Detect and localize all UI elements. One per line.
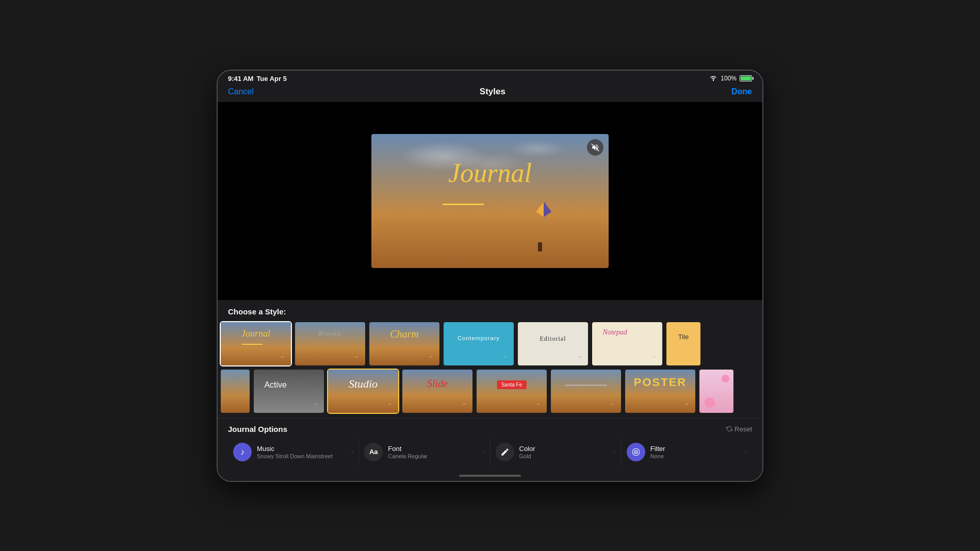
- font-icon: Aa: [364, 443, 383, 461]
- preview-journal-title: Journal: [448, 158, 532, 188]
- thumb-label-contemporary: Contemporary: [458, 335, 500, 341]
- style-thumb-charm[interactable]: Charm →: [368, 321, 440, 366]
- style-rows: Journal → Blocks →: [218, 321, 762, 414]
- style-thumb-notepad[interactable]: Notepad →: [591, 321, 663, 366]
- preview-title-line: [443, 204, 484, 205]
- svg-marker-2: [536, 202, 544, 217]
- nav-bar: Cancel Styles Done: [218, 85, 762, 102]
- choose-style-label: Choose a Style:: [218, 300, 762, 321]
- thumb-label-tile: Tile: [678, 333, 689, 341]
- style-thumb-partial[interactable]: [220, 369, 251, 414]
- filter-icon: [627, 443, 645, 461]
- option-filter[interactable]: Filter None ›: [622, 439, 752, 465]
- status-right: 100%: [709, 75, 752, 82]
- option-color[interactable]: Color Gold ›: [491, 439, 622, 465]
- journal-options-section: Journal Options Reset ♪ Music Sn: [218, 418, 762, 471]
- option-font[interactable]: Aa Font Canela Regular ›: [359, 439, 490, 465]
- style-thumb-blocks[interactable]: Blocks →: [294, 321, 366, 366]
- thumb-label-journal: Journal: [241, 328, 270, 339]
- color-icon: [496, 443, 514, 461]
- kite-decoration: [531, 199, 557, 225]
- style-row-1: Journal → Blocks →: [220, 321, 760, 366]
- preview-container: Journal: [371, 134, 609, 268]
- thumb-arrow-active: →: [313, 401, 318, 407]
- status-date: Tue Apr 5: [256, 75, 287, 82]
- thumb-label-notepad: Notepad: [602, 328, 627, 337]
- style-thumb-contemporary[interactable]: Contemporary →: [443, 321, 515, 366]
- home-bar: [459, 475, 521, 477]
- font-value: Canela Regular: [388, 453, 477, 459]
- battery-icon: [740, 75, 752, 81]
- device-screen: 9:41 AM Tue Apr 5 100% Cancel: [218, 71, 762, 481]
- option-music[interactable]: ♪ Music Snowy Stroll Down Mainstreet ›: [228, 439, 359, 465]
- status-bar: 9:41 AM Tue Apr 5 100%: [218, 71, 762, 85]
- thumb-arrow-poster: →: [684, 401, 689, 407]
- style-thumb-editorial[interactable]: Editorial →: [517, 321, 589, 366]
- filter-chevron: ›: [744, 448, 747, 456]
- svg-point-7: [635, 451, 636, 452]
- thumb-label-slide: Slide: [427, 378, 448, 390]
- thumb-label-poster: POSTER: [634, 376, 687, 389]
- thumb-label-charm: Charm: [390, 328, 419, 340]
- music-label: Music: [257, 445, 346, 453]
- font-chevron: ›: [482, 448, 485, 456]
- thumb-arrow-studio: →: [387, 401, 392, 407]
- style-thumb-slide[interactable]: Slide →: [401, 369, 473, 414]
- music-icon: ♪: [233, 443, 252, 461]
- device-frame: 9:41 AM Tue Apr 5 100% Cancel: [217, 70, 763, 482]
- svg-line-3: [544, 217, 546, 225]
- thumb-arrow-editorial: →: [577, 354, 582, 359]
- options-row: ♪ Music Snowy Stroll Down Mainstreet › A…: [228, 439, 752, 465]
- option-text-color: Color Gold: [519, 445, 609, 459]
- style-thumb-tile[interactable]: Tile: [665, 321, 701, 366]
- journal-options-title: Journal Options: [228, 425, 287, 433]
- thumb-badge-santafe: Santa Fe: [497, 380, 527, 389]
- music-value: Snowy Stroll Down Mainstreet: [257, 453, 346, 459]
- mute-button[interactable]: [587, 139, 603, 156]
- music-chevron: ›: [351, 448, 354, 456]
- style-thumb-active[interactable]: Active →: [253, 369, 325, 414]
- thumb-label-studio: Studio: [349, 377, 378, 391]
- style-thumb-studio[interactable]: Studio →: [327, 369, 399, 414]
- thumb-arrow-slide: →: [461, 401, 466, 407]
- reset-button[interactable]: Reset: [726, 425, 752, 433]
- style-thumb-blank[interactable]: →: [550, 369, 622, 414]
- status-time: 9:41 AM: [228, 75, 253, 82]
- style-row-2: Active → Studio →: [220, 369, 760, 414]
- preview-area: Journal: [218, 102, 762, 300]
- style-thumb-journal[interactable]: Journal →: [220, 321, 292, 366]
- home-indicator: [218, 471, 762, 481]
- thumb-arrow-journal: →: [280, 354, 285, 359]
- thumb-arrow-blocks: →: [354, 354, 359, 359]
- style-thumb-poster[interactable]: POSTER →: [624, 369, 696, 414]
- thumb-arrow-charm: →: [428, 354, 433, 359]
- filter-value: None: [650, 453, 740, 459]
- thumb-label-blocks: Blocks: [319, 330, 341, 337]
- color-value: Gold: [519, 453, 609, 459]
- battery-percentage: 100%: [721, 75, 737, 82]
- style-grid: Journal → Blocks →: [218, 321, 762, 418]
- done-button[interactable]: Done: [731, 87, 752, 96]
- thumb-arrow-blank: →: [610, 401, 615, 407]
- style-thumb-floral[interactable]: [698, 369, 734, 414]
- thumb-label-active: Active: [264, 380, 287, 390]
- svg-marker-1: [544, 202, 551, 217]
- filter-label: Filter: [650, 445, 740, 453]
- thumb-arrow-notepad: →: [651, 354, 656, 359]
- preview-background: [371, 134, 609, 268]
- thumb-label-editorial: Editorial: [540, 335, 566, 343]
- person-silhouette: [538, 242, 542, 252]
- thumb-arrow-santafe: →: [535, 401, 541, 407]
- option-text-font: Font Canela Regular: [388, 445, 477, 459]
- wifi-icon: [709, 75, 717, 82]
- journal-options-header: Journal Options Reset: [228, 425, 752, 433]
- cancel-button[interactable]: Cancel: [228, 87, 254, 96]
- thumb-arrow-contemporary: →: [502, 354, 508, 359]
- bottom-panel: Choose a Style: Journal →: [218, 300, 762, 481]
- font-label: Font: [388, 445, 477, 453]
- option-text-music: Music Snowy Stroll Down Mainstreet: [257, 445, 346, 459]
- color-chevron: ›: [613, 448, 616, 456]
- thumb-line-journal: [242, 344, 263, 345]
- color-label: Color: [519, 445, 609, 453]
- style-thumb-santafe[interactable]: Santa Fe →: [476, 369, 548, 414]
